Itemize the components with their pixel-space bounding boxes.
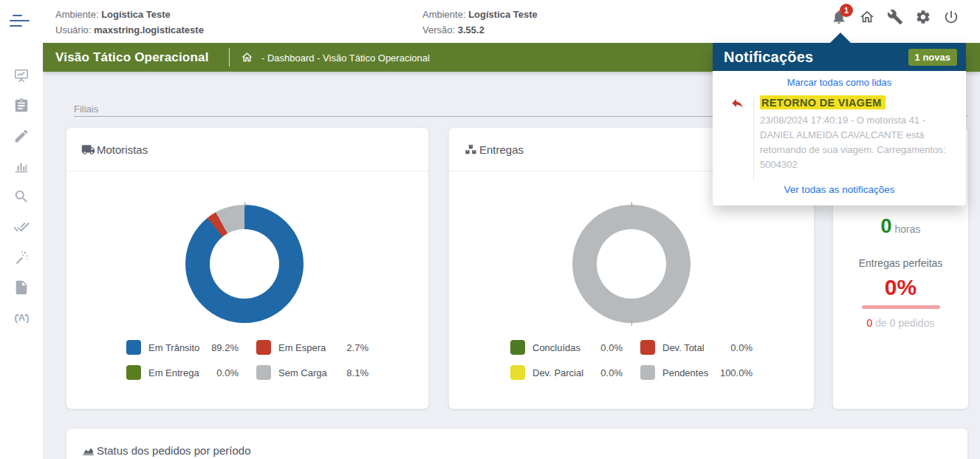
filiais-select-label[interactable]: Filiais [74,103,98,115]
timeline-line [753,98,754,181]
hamburger-menu-icon[interactable] [9,12,31,30]
status-pedidos-card: Status dos pedidos por período [66,429,967,459]
legend-swatch [126,340,141,355]
legend-label: Dev. Parcial [532,367,583,378]
mark-all-read-link[interactable]: Marcar todas como lidas [713,77,966,88]
motoristas-card-title: Motoristas [97,143,148,156]
wrench-icon[interactable] [887,9,903,25]
document-icon[interactable] [13,279,30,296]
ambiente-label: Ambiente: [55,9,99,20]
notifications-body: Marcar todas como lidas RETORNO DE VIAGE… [713,71,966,205]
ambiente-label: Ambiente: [422,9,466,20]
legend-swatch [256,365,271,380]
legend-value: 0.0% [600,367,623,378]
ambiente-value: Logística Teste [468,9,538,20]
legend-value: 0.0% [216,367,239,378]
legend-item: Pendentes 100.0% [640,365,753,380]
legend-swatch [256,340,271,355]
motoristas-donut-chart [185,205,304,323]
tma-unit: horas [895,223,921,235]
legend-item: Em Entrega 0.0% [126,365,239,380]
notifications-title: Notificações [724,49,813,66]
environment-info-left: Ambiente: Logística Teste Usuário: maxst… [55,7,204,38]
notifications-panel-header: Notificações 1 novas [713,43,966,71]
legend-item: Em Trânsito 89.2% [126,340,239,355]
motoristas-legend: Em Trânsito 89.2% Em Espera 2.7% Em Entr… [66,340,428,380]
status-pedidos-card-header: Status dos pedidos por período [66,429,967,459]
magic-wand-icon[interactable] [13,249,30,265]
legend-value: 8.1% [346,367,369,378]
donut-tick [631,321,632,326]
entregas-perfeitas-underline [862,305,940,309]
legend-label: Sem Carga [278,367,327,378]
pencil-icon[interactable] [13,128,30,144]
pedidos-total: de 0 pedidos [872,317,934,329]
ambiente-value: Logística Teste [101,9,171,20]
versao-value: 3.55.2 [458,24,484,35]
donut-tick [631,202,632,207]
motoristas-card: Motoristas Em Trânsito 89.2% Em Espera 2… [66,128,428,409]
boxes-icon [464,143,478,157]
legend-label: Dev. Total [662,342,705,353]
entregas-card-title: Entregas [479,143,524,156]
notifications-caret [829,33,851,44]
search-icon[interactable] [13,188,30,205]
notifications-new-badge: 1 novas [908,49,957,66]
notification-item[interactable]: RETORNO DE VIAGEM 23/08/2024 17:40:19 - … [724,95,954,172]
clipboard-icon[interactable] [13,98,30,114]
reply-arrow-icon [730,96,744,110]
legend-label: Em Espera [278,342,326,353]
pedidos-summary: 0 de 0 pedidos [833,317,968,329]
area-chart-icon [81,443,95,458]
usuario-value: maxstring.logisticateste [94,24,204,35]
page-title: Visão Tático Operacional [55,50,209,65]
entregas-donut-chart [572,205,691,323]
legend-value: 2.7% [346,342,369,353]
legend-swatch [510,365,525,380]
notifications-panel: Notificações 1 novas Marcar todas como l… [713,43,966,205]
legend-item: Dev. Parcial 0.0% [510,365,623,380]
view-all-notifications-link[interactable]: Ver todas as notificações [713,184,966,195]
notification-item-title: RETORNO DE VIAGEM [760,95,885,109]
legend-value: 89.2% [211,342,239,353]
double-check-icon[interactable] [13,219,30,235]
notifications-bell-icon[interactable]: 1 [831,9,847,25]
legend-swatch [640,365,655,380]
tma-value: 0 [880,215,891,237]
legend-swatch [640,340,655,355]
divider [229,48,230,67]
notification-count-badge: 1 [840,4,853,17]
notification-item-body: 23/08/2024 17:40:19 - O motorista 41 - D… [760,113,951,172]
breadcrumb-home-icon[interactable] [241,51,253,64]
topbar-icons: 1 [831,9,959,25]
legend-value: 0.0% [600,342,623,353]
legend-swatch [510,340,525,355]
entregas-legend: Concluídas 0.0% Dev. Total 0.0% Dev. Par… [449,340,814,380]
entregas-perfeitas-label: Entregas perfeitas [833,257,968,269]
settings-gear-icon[interactable] [915,9,931,25]
status-pedidos-card-title: Status dos pedidos por período [97,444,250,457]
entregas-perfeitas-value: 0% [833,275,968,300]
truck-icon [81,143,95,157]
legend-item: Em Espera 2.7% [256,340,369,355]
breadcrumb: - Dashboard - Visão Tático Operacional [261,52,430,64]
home-icon[interactable] [859,9,875,25]
motoristas-card-header: Motoristas [66,128,428,171]
sidebar: ('A') [0,43,43,459]
donut-tick [244,202,245,207]
power-icon[interactable] [943,9,959,25]
antenna-icon[interactable]: ('A') [13,310,30,326]
legend-value: 0.0% [730,342,753,353]
bar-chart-icon[interactable] [13,158,30,174]
legend-label: Pendentes [662,367,708,378]
presentation-chart-icon[interactable] [13,67,30,84]
legend-label: Concluídas [532,342,580,353]
environment-info-center: Ambiente: Logística Teste Versão: 3.55.2 [422,7,538,38]
legend-label: Em Entrega [148,367,199,378]
legend-value: 100.0% [720,367,753,378]
versao-label: Versão: [422,24,455,35]
legend-swatch [126,365,141,380]
legend-label: Em Trânsito [148,342,199,353]
usuario-label: Usuário: [55,24,91,35]
legend-item: Concluídas 0.0% [510,340,623,355]
